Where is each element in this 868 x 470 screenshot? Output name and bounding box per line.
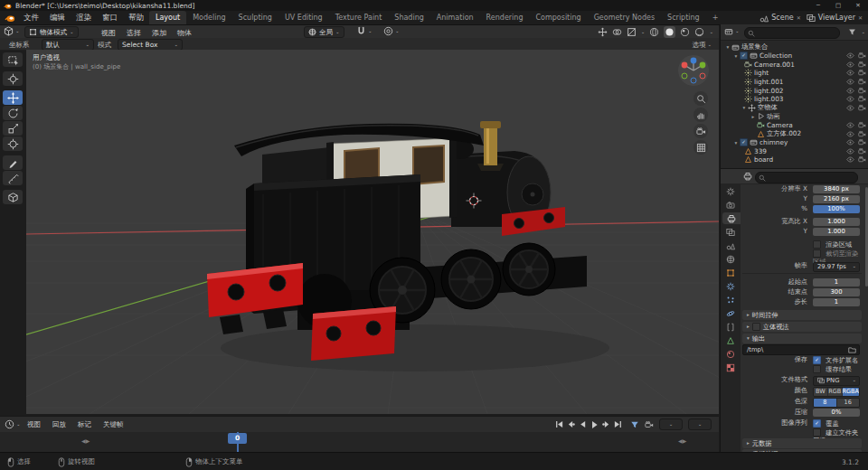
render-toggle-icon[interactable] [858,138,866,146]
menu-render[interactable]: 渲染 [71,11,97,24]
scene-unlink-icon[interactable]: ✕ [797,14,801,21]
render-region-checkbox[interactable] [813,240,821,249]
menu-edit[interactable]: 编辑 [44,11,71,24]
section-output[interactable]: ▾ 输出 [742,334,862,343]
timeline-menu-view[interactable]: 视图 [27,420,41,429]
hide-toggle-icon[interactable] [846,104,854,112]
snap-toggle[interactable]: ⌄ [356,26,373,36]
workspace-tab-modeling[interactable]: Modeling [186,11,231,24]
workspace-tab-geometry-nodes[interactable]: Geometry Nodes [588,11,661,24]
color-bw-button[interactable]: BW [814,388,828,396]
hide-toggle-icon[interactable] [846,95,854,103]
prev-keyframe-button[interactable] [565,418,577,430]
timeline-menu-keying[interactable]: 关键帧 [103,420,124,429]
depth-8-button[interactable]: 8 [814,399,837,407]
transform-orientation-dropdown[interactable]: 全局 ⌄ [304,26,344,38]
workspace-tab-rendering[interactable]: Rendering [480,11,530,24]
workspace-tab-sculpting[interactable]: Sculpting [232,11,278,24]
menu-help[interactable]: 帮助 [123,11,149,24]
crop-region-checkbox[interactable] [813,249,821,258]
hide-toggle-icon[interactable] [846,121,854,129]
outliner-row-chimney[interactable]: ▾ ✓ chimney [721,138,868,147]
tab-particles[interactable] [722,294,739,306]
folder-icon[interactable] [848,346,856,354]
resolution-y-field[interactable]: 2160 px [813,195,860,203]
hide-toggle-icon[interactable] [846,78,854,86]
hide-toggle-icon[interactable] [846,52,854,60]
overwrite-checkbox[interactable]: ✓ [813,419,821,428]
depth-16-button[interactable]: 16 [837,399,860,407]
timeline-menu-playback[interactable]: 回放 [52,420,66,429]
shading-solid-active[interactable] [664,26,675,38]
timeline-menu-marker[interactable]: 标记 [78,420,91,429]
chevron-down-icon[interactable]: ⌄ [641,30,646,35]
section-stereoscopy[interactable]: ▸ 立体视法 [742,322,862,332]
outliner-editor-dropdown[interactable]: ⌄ [724,27,740,36]
tool-move[interactable] [3,90,23,105]
menu-file[interactable]: 文件 [18,11,44,24]
editor-type-dropdown[interactable]: ⌄ [4,26,20,36]
outliner-row-light[interactable]: light [721,69,868,78]
scene-selector[interactable]: Scene [769,14,796,22]
tab-view-layer[interactable] [722,226,739,238]
outliner-row-339[interactable]: 339 [721,146,868,155]
expand-arrow[interactable]: ▾ [732,53,740,59]
expand-arrow[interactable]: ▾ [741,105,748,110]
render-toggle-icon[interactable] [858,121,866,129]
menu-window[interactable]: 窗口 [97,11,123,24]
hide-toggle-icon[interactable] [846,130,854,138]
render-toggle-icon[interactable] [858,87,866,95]
sync-dropdown[interactable]: ⌄ [659,418,683,430]
add-workspace-tab[interactable]: + [706,11,725,24]
filter-icon[interactable] [848,28,856,36]
timeline-ruler[interactable]: ◀▶ ◀▶ -120 -80 -40 0 40 80 120 160 200 2… [0,432,719,453]
overlays-toggle-icon[interactable] [612,27,622,37]
tab-constraints[interactable] [722,321,739,333]
tab-object[interactable] [722,267,739,278]
tool-measure[interactable] [3,171,23,185]
workspace-tab-uv-editing[interactable]: UV Editing [278,11,329,24]
outliner-row-light-003[interactable]: light.003 [721,95,868,104]
locomotive-model[interactable] [207,121,609,371]
proportional-edit-toggle[interactable]: ⌄ [383,26,400,36]
collection-checkbox[interactable]: ✓ [740,52,748,60]
tab-scene[interactable] [722,240,739,251]
mode-dropdown[interactable]: 物体模式 ⌄ [24,26,79,38]
section-metadata[interactable]: ▸ 元数据 [742,438,862,448]
tool-transform[interactable] [3,136,23,151]
tab-texture[interactable] [722,362,739,373]
outliner-row-empty[interactable]: ▾ 空物体 [721,103,868,112]
workspace-tab-compositing[interactable]: Compositing [529,11,587,24]
resolution-x-field[interactable]: 3840 px [813,185,860,193]
workspace-tab-layout[interactable]: Layout [149,11,186,24]
hide-toggle-icon[interactable] [846,138,854,146]
minimize-button[interactable]: ─ [808,0,828,11]
outliner-search-input[interactable] [758,28,837,39]
hide-toggle-icon[interactable] [846,87,854,95]
tool-rotate[interactable] [3,106,23,120]
navigation-gizmo[interactable] [677,54,710,87]
render-toggle-icon[interactable] [858,130,866,138]
hide-toggle-icon[interactable] [846,147,854,155]
viewport-3d[interactable]: 用户透视 (0) 场景集合 | wall_side_pipe [26,50,719,414]
aspect-x-field[interactable]: 1.000 [813,218,860,226]
properties-search-input[interactable] [769,173,855,183]
render-toggle-icon[interactable] [858,69,866,77]
tool-box-select[interactable] [3,52,23,67]
camera-view-button[interactable] [693,124,708,138]
shading-material-icon[interactable] [680,27,690,37]
gizmo-z-axis[interactable] [691,58,697,64]
outliner-row-camera-001[interactable]: Camera.001 [721,60,868,69]
outliner-row-light-002[interactable]: light.002 [721,86,868,95]
current-frame-badge[interactable]: 0 [228,433,247,444]
keying-dropdown[interactable]: ⌄ [688,418,712,430]
tool-cursor[interactable] [3,71,23,86]
gizmos-toggle-icon[interactable] [598,27,608,37]
tab-render[interactable] [722,199,739,211]
section-time-stretch[interactable]: ▸ 时间拉伸 [742,310,862,320]
tab-output[interactable] [722,212,741,224]
file-extension-checkbox[interactable]: ✓ [813,356,821,364]
viewlayer-unlink-icon[interactable]: ✕ [858,14,863,21]
workspace-tab-texture-paint[interactable]: Texture Paint [329,11,389,24]
scroll-left-arrows[interactable]: ◀▶ [81,437,90,444]
